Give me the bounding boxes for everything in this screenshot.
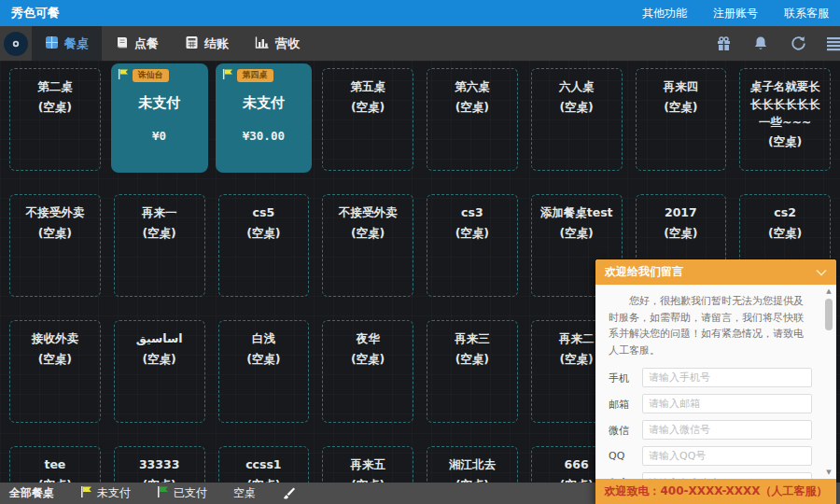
table-name: cs2 (746, 204, 824, 222)
table-name: 再来五 (329, 456, 407, 474)
table-card[interactable]: 白浅(空桌) (218, 320, 310, 423)
filter-all-tables[interactable]: 全部餐桌 (0, 483, 67, 504)
table-name: اساسيق (120, 330, 199, 348)
table-name: 第二桌 (16, 78, 94, 96)
table-card[interactable]: 再来五(空桌) (322, 446, 413, 483)
table-card-occupied[interactable]: 第四桌未支付¥30.00 (216, 63, 313, 173)
modal-title: 欢迎给我们留言 (605, 264, 683, 280)
table-card[interactable]: 不接受外卖(空桌) (9, 194, 101, 297)
filter-unpaid[interactable]: 未支付 (67, 483, 144, 504)
table-card[interactable]: ccss1(空桌) (218, 446, 310, 483)
topbar-links: 其他功能 注册账号 联系客服 (642, 6, 829, 21)
table-card[interactable]: 不接受外卖(空桌) (322, 194, 413, 297)
table-name: 再来四 (642, 78, 721, 96)
modal-scrollbar[interactable]: ▲ ▼ (824, 287, 833, 476)
field-label-qq: QQ (609, 446, 642, 466)
link-contact-support[interactable]: 联系客服 (784, 6, 829, 21)
table-name: 接收外卖 (16, 330, 94, 348)
link-other-functions[interactable]: 其他功能 (642, 6, 687, 21)
menu-icon[interactable] (826, 35, 840, 53)
scrollbar-thumb[interactable] (825, 299, 833, 330)
table-empty-label: (空桌) (532, 226, 622, 242)
table-name: cs3 (433, 204, 511, 222)
table-card[interactable]: 接收外卖(空桌) (9, 320, 101, 423)
table-card[interactable]: 第六桌(空桌) (427, 68, 518, 171)
field-input-phone[interactable] (642, 368, 812, 387)
filter-paid[interactable]: 已支付 (144, 483, 220, 504)
table-empty-label: (空桌) (427, 100, 517, 116)
table-card[interactable]: 再来三(空桌) (427, 320, 518, 423)
table-name: 第六桌 (433, 78, 511, 96)
field-label-email: 邮箱 (609, 394, 642, 413)
table-card[interactable]: 夜华(空桌) (322, 320, 413, 423)
table-card-occupied[interactable]: 诛仙台未支付¥0 (111, 63, 208, 173)
required-asterisk: * (630, 477, 636, 479)
tab-order[interactable]: 点餐 (102, 26, 172, 61)
table-card[interactable]: اساسيق(空桌) (114, 320, 205, 423)
table-card[interactable]: 六人桌(空桌) (531, 68, 623, 171)
table-card[interactable]: tee(空桌) (9, 446, 101, 483)
table-card[interactable]: 桌子名就要长长长长长长长一些~~~(空桌) (739, 68, 831, 171)
tab-tables-label: 餐桌 (64, 35, 89, 52)
scroll-down-arrow-icon[interactable]: ▼ (824, 469, 833, 476)
green-flag-icon (157, 485, 169, 501)
table-empty-label: (空桌) (637, 100, 726, 116)
field-input-qq[interactable] (642, 446, 812, 466)
table-card[interactable]: cs3(空桌) (427, 194, 518, 297)
table-name: ccss1 (225, 456, 303, 474)
table-card[interactable]: 湘江北去(空桌) (427, 446, 518, 483)
table-empty-label: (空桌) (10, 226, 100, 242)
tab-tables[interactable]: 餐桌 (32, 26, 102, 61)
tab-order-label: 点餐 (134, 35, 159, 52)
yellow-flag-icon (80, 485, 92, 501)
table-card[interactable]: cs5(空桌) (218, 194, 310, 297)
tab-revenue[interactable]: 营收 (242, 26, 313, 61)
table-card[interactable]: 再来一(空桌) (114, 194, 205, 297)
nav-action-icons (714, 35, 840, 53)
field-label-phone: 手机 (609, 368, 642, 387)
table-card[interactable]: 再来四(空桌) (636, 68, 727, 171)
table-status-label: 未支付 (111, 94, 208, 112)
table-flag-badge: 第四桌 (237, 69, 273, 82)
brush-icon[interactable] (269, 483, 309, 504)
table-name: 第五桌 (329, 78, 407, 96)
refresh-icon[interactable] (789, 35, 807, 53)
field-input-message[interactable] (642, 472, 812, 479)
scroll-up-arrow-icon[interactable]: ▲ (824, 287, 833, 295)
field-input-wechat[interactable] (642, 420, 812, 440)
bell-icon[interactable] (751, 35, 770, 53)
table-empty-label: (空桌) (219, 352, 309, 368)
yellow-flag-icon (118, 68, 129, 83)
nav-tabs: 餐桌 点餐 结账 营收 (32, 26, 313, 61)
calculator-icon (185, 35, 199, 52)
collapse-chevron-icon[interactable] (816, 269, 827, 276)
order-book-icon (115, 35, 129, 52)
bar-chart-icon (255, 35, 270, 52)
table-empty-label: (空桌) (637, 226, 726, 242)
table-name: 再来一 (120, 204, 199, 222)
field-input-email[interactable] (642, 394, 812, 413)
table-name: 桌子名就要长长长长长长长一些~~~ (746, 78, 824, 131)
link-register-account[interactable]: 注册账号 (713, 6, 758, 21)
table-card[interactable]: 第五桌(空桌) (322, 68, 413, 171)
table-name: 33333 (120, 456, 199, 474)
filter-empty-tables[interactable]: 空桌 (220, 483, 269, 504)
table-empty-label: (空桌) (532, 100, 622, 116)
table-empty-label: (空桌) (323, 352, 413, 368)
table-empty-label: (空桌) (115, 226, 204, 242)
table-name: 再来三 (433, 330, 511, 348)
table-name: 湘江北去 (433, 456, 511, 474)
gift-icon[interactable] (714, 35, 733, 53)
hotline-text: 欢迎致电：400-XXXX-XXXX（人工客服） (604, 483, 827, 499)
table-name: 夜华 (329, 330, 407, 348)
leave-message-modal: 欢迎给我们留言 您好，很抱歉我们暂时无法为您提供及时服务，如需帮助，请留言，我们… (595, 259, 836, 504)
table-grid-icon (45, 35, 59, 52)
field-label-wechat: 微信 (609, 420, 642, 440)
table-card[interactable]: 33333(空桌) (114, 446, 205, 483)
table-card[interactable]: 第二桌(空桌) (9, 68, 101, 171)
table-name: 2017 (642, 204, 721, 222)
table-name: 添加餐桌test (538, 204, 616, 222)
tab-checkout[interactable]: 结账 (172, 26, 242, 61)
modal-body: 您好，很抱歉我们暂时无法为您提供及时服务，如需帮助，请留言，我们将尽快联系并解决… (595, 285, 836, 479)
yellow-flag-icon (222, 68, 233, 83)
